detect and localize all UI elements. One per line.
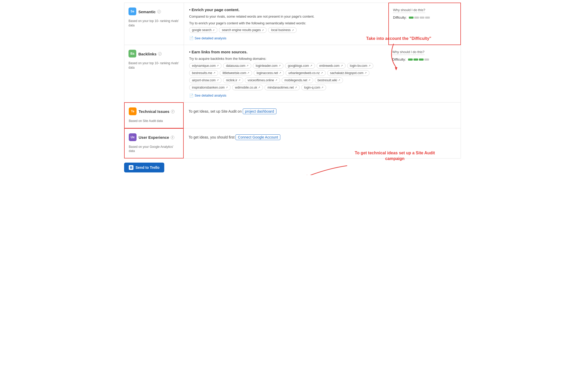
external-link-icon: ↗ [279,71,281,74]
svg-marker-1 [307,175,310,175]
diff-bar-2 [419,59,424,61]
difficulty-bars-backlinks [408,59,429,61]
send-to-trello-button[interactable]: ⊞ Send to Trello [124,163,164,172]
tag-mindanaotimes-net[interactable]: mindanaotimes.net↗ [265,85,299,90]
tag-login-q-com[interactable]: login-q.com↗ [301,85,326,90]
external-link-icon: ↗ [226,86,228,89]
external-link-icon: ↗ [262,29,264,32]
section-row-backlinks: BaBacklinksiBased on your top 10- rankin… [124,45,461,102]
section-title-technical: Technical Issuesi [139,109,175,114]
tag-niclink-ir[interactable]: niclink.ir↗ [223,77,243,83]
tags-row-backlinks: edynamique.com↗datasusa.com↗loginleader.… [189,63,383,90]
bullet-title-backlinks: Earn links from more sources. [189,50,383,54]
section-subtitle-semantic: Based on your top 10- ranking rivals' da… [129,19,180,28]
tag-bestresults-me[interactable]: bestresults.me↗ [189,70,218,76]
info-icon-backlinks[interactable]: i [158,52,162,56]
external-link-icon: ↗ [258,86,260,89]
tag-wdimobile-co-uk[interactable]: wdimobile.co.uk↗ [232,85,263,90]
right-panel-technical [388,103,461,128]
tag-entireweb-com[interactable]: entireweb.com↗ [317,63,346,69]
send-to-trello-label: Send to Trello [135,165,160,170]
info-icon-semantic[interactable]: i [157,10,161,13]
difficulty-label-semantic: Difficulty: [393,16,407,19]
badge-technical: Te [129,107,137,115]
external-link-icon: ↗ [310,64,312,67]
left-panel-technical: TeTechnical IssuesiBased on Site Audit d… [124,102,184,128]
info-icon-ux[interactable]: i [171,136,174,139]
body-text2-semantic: Try to enrich your page's content with t… [189,21,383,26]
section-title-semantic: Semantici [138,10,161,14]
badge-ux: Ux [129,133,137,141]
external-link-icon: ↗ [246,64,248,67]
tag-urbanlegendweb-co-nz[interactable]: urbanlegendweb.co.nz↗ [286,70,326,76]
badge-backlinks: Ba [129,50,136,57]
tag-googblogs-com[interactable]: googblogs.com↗ [285,63,315,69]
section-title-ux: User Experiencei [139,135,174,140]
middle-panel-semantic: Enrich your page content.Compared to you… [184,3,389,45]
left-panel-semantic: SeSemanticiBased on your top 10- ranking… [124,3,184,45]
info-icon-technical[interactable]: i [171,110,175,113]
difficulty-arrow [355,41,406,72]
section-subtitle-ux: Based on your Google Analytics' data [129,145,179,154]
tag-loginleader-com[interactable]: loginleader.com↗ [253,63,283,69]
middle-panel-technical: To get Ideas, set up Site Audit on proje… [183,103,388,128]
diff-bar-2 [420,17,424,19]
plain-text-technical: To get Ideas, set up Site Audit on proje… [189,107,383,113]
external-link-icon: ↗ [292,29,294,32]
external-link-icon: ↗ [321,71,323,74]
bullet-title-semantic: Enrich your page content. [189,8,383,12]
external-link-icon: ↗ [341,64,343,67]
diff-bar-0 [408,59,413,61]
analysis-link-backlinks[interactable]: 📄See detailed analysis [189,93,226,98]
tag-google-search[interactable]: google search↗ [189,27,217,33]
tag-voiceoftimes-online[interactable]: voiceoftimes.online↗ [245,77,280,83]
external-link-icon: ↗ [275,79,277,82]
body-text1-semantic: Compared to your rivals, some related wo… [189,14,383,19]
diff-bar-3 [424,59,429,61]
body-text1-backlinks: Try to acquire backlinks from the follow… [189,56,383,61]
tag-local-business[interactable]: local business↗ [268,27,296,33]
difficulty-row-semantic: Difficulty: [393,16,456,19]
plain-text-ux: To get ideas, you should first Connect G… [189,133,383,139]
inline-link-technical[interactable]: project dashboard [243,108,276,114]
external-link-icon: ↗ [295,86,297,89]
external-link-icon: ↗ [217,79,219,82]
external-link-icon: ↗ [238,79,240,82]
inline-link-ux[interactable]: Connect Google Account [236,134,280,140]
trello-icon: ⊞ [129,165,133,170]
difficulty-bars-semantic [409,17,430,19]
external-link-icon: ↗ [217,64,219,67]
tag-inspirationsbanken-com[interactable]: inspirationsbanken.com↗ [189,85,231,90]
section-subtitle-backlinks: Based on your top 10- ranking rivals' da… [129,61,180,70]
tag-datasusa-com[interactable]: datasusa.com↗ [223,63,251,69]
left-panel-backlinks: BaBacklinksiBased on your top 10- rankin… [124,45,184,102]
analysis-link-semantic[interactable]: 📄See detailed analysis [189,36,226,40]
document-icon: 📄 [189,93,194,98]
tag-airport-show-com[interactable]: airport-show.com↗ [189,77,222,83]
right-panel-semantic: Why should I do this?Difficulty: [388,3,461,45]
why-title-semantic: Why should I do this? [393,8,425,13]
external-link-icon: ↗ [308,79,310,82]
tag-search-engine-results-pages[interactable]: search engine results pages↗ [219,27,267,33]
technical-arrow [282,161,352,175]
diff-bar-1 [414,17,419,19]
external-link-icon: ↗ [279,64,281,67]
section-subtitle-technical: Based on Site Audit data [129,119,179,123]
external-link-icon: ↗ [213,71,215,74]
tag-loginaccess-net[interactable]: loginaccess.net↗ [254,70,284,76]
tag-edynamique-com[interactable]: edynamique.com↗ [189,63,222,69]
external-link-icon: ↗ [321,86,323,89]
section-row-technical: TeTechnical IssuesiBased on Site Audit d… [124,102,461,128]
diff-bar-3 [425,17,430,19]
technical-annotation: To get technical ideas set up a Site Aud… [347,150,443,162]
external-link-icon: ↗ [212,29,215,32]
tag-mobilegends-net[interactable]: mobilegends.net↗ [282,77,313,83]
left-panel-ux: UxUser ExperienceiBased on your Google A… [124,128,184,159]
diff-bar-1 [413,59,418,61]
svg-marker-0 [395,67,397,70]
external-link-icon: ↗ [247,71,249,74]
external-link-icon: ↗ [338,79,340,82]
tag-bestresult-wiki[interactable]: bestresult.wiki↗ [315,77,343,83]
plain-text-content-technical: To get Ideas, set up Site Audit on [189,109,243,113]
tag-littletweetsie-com[interactable]: littletweetsie.com↗ [220,70,252,76]
